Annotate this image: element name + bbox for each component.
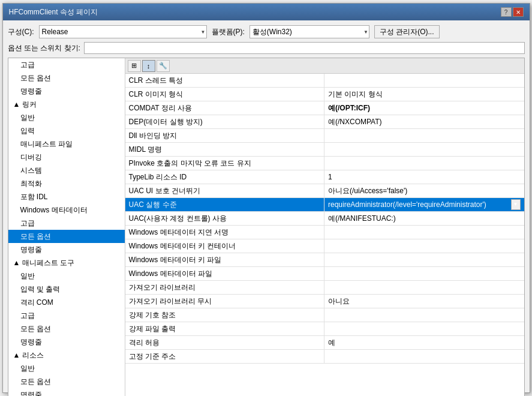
tree-item[interactable]: ▲ 매니페스트 도구 — [8, 256, 125, 269]
tree-item[interactable]: ▲ 링커 — [8, 98, 125, 111]
search-row: 옵션 또는 스위치 찾기: — [8, 42, 525, 54]
tree-item[interactable]: 입력 및 출력 — [8, 283, 125, 296]
tree-item[interactable]: 격리 COM — [8, 296, 125, 309]
prop-name: Dll 바인딩 방지 — [125, 129, 325, 142]
tree-item[interactable]: 일반 — [8, 362, 125, 375]
tree-item[interactable]: 매니페스트 파일 — [8, 137, 125, 151]
prop-row[interactable]: 가져오기 라이브러리 — [125, 281, 524, 295]
right-panel: ⊞ ↕ 🔧 CLR 스레드 특성CLR 이미지 형식기본 이미지 형식COMDA… — [125, 58, 524, 396]
toolbar-btn-sort[interactable]: ↕ — [142, 60, 155, 72]
search-input[interactable] — [84, 42, 525, 54]
prop-row[interactable]: 강제 파일 출력 — [125, 322, 524, 336]
prop-name: UAC(사용자 계정 컨트롤) 사용 — [125, 212, 325, 225]
tree-item[interactable]: 고급 — [8, 217, 125, 230]
prop-row[interactable]: 가져오기 라이브러리 무시아니요 — [125, 295, 524, 308]
prop-row[interactable]: DEP(데이터 실행 방지)예(/NXCOMPAT) — [125, 115, 524, 129]
tree-item[interactable]: 입력 — [8, 124, 125, 137]
toolbar-btn-settings[interactable]: 🔧 — [157, 60, 170, 72]
close-button[interactable]: ✕ — [513, 7, 524, 17]
props-table: CLR 스레드 특성CLR 이미지 형식기본 이미지 형식COMDAT 정리 사… — [125, 74, 524, 396]
prop-row[interactable]: 고정 기준 주소 — [125, 350, 524, 364]
prop-row[interactable]: MIDL 명령 — [125, 143, 524, 157]
tree-item[interactable]: 고급 — [8, 58, 125, 71]
tree-item[interactable]: 명령줄 — [8, 335, 125, 349]
prop-value — [324, 143, 524, 156]
prop-name: CLR 이미지 형식 — [125, 88, 325, 101]
prop-row[interactable]: Windows 메타데이터 파일 — [125, 267, 524, 281]
search-label: 옵션 또는 스위치 찾기: — [8, 43, 80, 53]
tree-item[interactable]: 모든 옵션 — [8, 322, 125, 335]
prop-name: Windows 메타데이터 키 파일 — [125, 253, 325, 266]
prop-name: UAC 실행 수준 — [125, 198, 325, 211]
platform-combo-wrapper: 활성(Win32) x64 ▼ — [250, 25, 369, 38]
prop-name: UAC UI 보호 건너뛰기 — [125, 184, 325, 197]
prop-row[interactable]: Dll 바인딩 방지 — [125, 129, 524, 143]
platform-select[interactable]: 활성(Win32) x64 — [250, 25, 369, 38]
prop-row[interactable]: UAC 실행 수준requireAdministrator(/level='re… — [125, 198, 524, 212]
prop-name: CLR 스레드 특성 — [125, 74, 325, 87]
tree-item[interactable]: 시스템 — [8, 164, 125, 177]
prop-row[interactable]: Windows 메타데이터 키 컨테이너 — [125, 239, 524, 253]
config-label: 구성(C): — [8, 27, 34, 37]
tree-item[interactable]: Windows 메타데이터 — [8, 203, 125, 217]
dialog-window: HFCommClient 속성 페이지 ? ✕ 구성(C): Release D… — [2, 3, 530, 393]
prop-value — [324, 267, 524, 280]
tree-item[interactable]: 디버깅 — [8, 151, 125, 164]
prop-row[interactable]: TypeLib 리소스 ID1 — [125, 170, 524, 184]
prop-name: Windows 메타데이터 지연 서명 — [125, 226, 325, 239]
config-combo-wrapper: Release Debug ▼ — [39, 25, 207, 38]
tree-item[interactable]: 모든 옵션 — [8, 230, 125, 243]
tree-item[interactable]: 일반 — [8, 111, 125, 124]
prop-row[interactable]: Windows 메타데이터 지연 서명 — [125, 226, 524, 239]
dialog-body: 구성(C): Release Debug ▼ 플랫폼(P): 활성(Win32)… — [3, 20, 530, 396]
title-bar: HFCommClient 속성 페이지 ? ✕ — [3, 4, 530, 20]
prop-row[interactable]: 강제 기호 참조 — [125, 308, 524, 322]
prop-row[interactable]: CLR 스레드 특성 — [125, 74, 524, 88]
prop-value: 아니요 — [324, 295, 524, 308]
prop-row[interactable]: CLR 이미지 형식기본 이미지 형식 — [125, 88, 524, 101]
prop-value — [324, 281, 524, 294]
prop-name: MIDL 명령 — [125, 143, 325, 156]
prop-name: 강제 파일 출력 — [125, 322, 325, 335]
tree-item[interactable]: 고급 — [8, 309, 125, 322]
prop-value: 예 — [324, 336, 524, 349]
prop-value — [324, 157, 524, 170]
toolbar-btn-grid[interactable]: ⊞ — [128, 60, 141, 72]
title-bar-buttons: ? ✕ — [501, 7, 524, 17]
prop-row[interactable]: PInvoke 호출의 마지막 오류 코드 유지 — [125, 157, 524, 170]
tree-item[interactable]: 모든 옵션 — [8, 71, 125, 85]
prop-row[interactable]: COMDAT 정리 사용예(/OPT:ICF) — [125, 101, 524, 115]
tree-item[interactable]: 최적화 — [8, 177, 125, 190]
prop-value: 1 — [324, 170, 524, 184]
prop-value: 예(/NXCOMPAT) — [324, 115, 524, 128]
prop-value: 아니요(/uiAccess='false') — [324, 184, 524, 197]
config-manager-button[interactable]: 구성 관리자(O)... — [374, 25, 440, 38]
tree-item[interactable]: ▲ 리소스 — [8, 349, 125, 362]
prop-value — [324, 129, 524, 142]
prop-name: 가져오기 라이브러리 — [125, 281, 325, 294]
prop-value: 기본 이미지 형식 — [324, 88, 524, 101]
prop-value — [324, 226, 524, 239]
prop-name: PInvoke 호출의 마지막 오류 코드 유지 — [125, 157, 325, 170]
help-button[interactable]: ? — [501, 7, 512, 17]
prop-row[interactable]: UAC UI 보호 건너뛰기아니요(/uiAccess='false') — [125, 184, 524, 198]
tree-item[interactable]: 명령줄 — [8, 388, 125, 396]
prop-value — [324, 74, 524, 87]
prop-name: 가져오기 라이브러리 무시 — [125, 295, 325, 308]
tree-item[interactable]: 명령줄 — [8, 85, 125, 98]
prop-row[interactable]: Windows 메타데이터 키 파일 — [125, 253, 524, 267]
tree-item[interactable]: 명령줄 — [8, 243, 125, 256]
prop-value — [324, 239, 524, 253]
prop-value — [324, 308, 524, 322]
prop-name: 고정 기준 주소 — [125, 350, 325, 363]
toolbar-row: ⊞ ↕ 🔧 — [125, 58, 524, 74]
tree-item[interactable]: 일반 — [8, 269, 125, 283]
prop-name: 강제 기호 참조 — [125, 308, 325, 322]
tree-item[interactable]: 포함 IDL — [8, 190, 125, 203]
prop-dropdown-button[interactable]: ▼ — [511, 199, 521, 210]
prop-row[interactable]: 격리 허용예 — [125, 336, 524, 350]
prop-name: COMDAT 정리 사용 — [125, 101, 325, 115]
prop-row[interactable]: UAC(사용자 계정 컨트롤) 사용예(/MANIFESTUAC:) — [125, 212, 524, 226]
config-select[interactable]: Release Debug — [39, 25, 207, 38]
tree-item[interactable]: 모든 옵션 — [8, 375, 125, 388]
